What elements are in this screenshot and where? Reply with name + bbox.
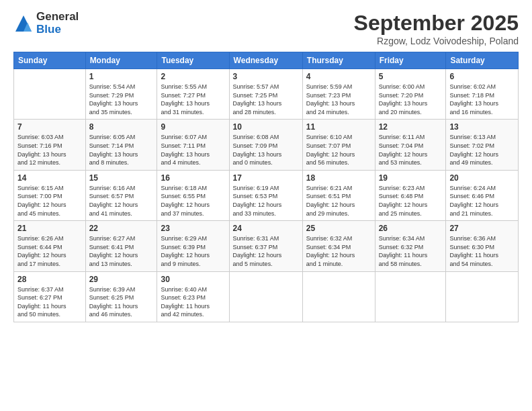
table-row: 20Sunrise: 6:24 AM Sunset: 6:46 PM Dayli… <box>446 170 519 220</box>
day-info: Sunrise: 5:59 AM Sunset: 7:23 PM Dayligh… <box>306 83 371 116</box>
day-number: 3 <box>233 72 299 81</box>
table-row: 1Sunrise: 5:54 AM Sunset: 7:29 PM Daylig… <box>85 69 157 120</box>
col-sunday: Sunday <box>14 52 86 69</box>
day-number: 28 <box>17 275 82 284</box>
calendar-week-4: 21Sunrise: 6:26 AM Sunset: 6:44 PM Dayli… <box>14 221 519 271</box>
day-number: 12 <box>379 122 443 132</box>
day-info: Sunrise: 6:37 AM Sunset: 6:27 PM Dayligh… <box>17 285 82 319</box>
day-number: 5 <box>379 72 443 81</box>
day-info: Sunrise: 6:36 AM Sunset: 6:30 PM Dayligh… <box>449 234 515 268</box>
table-row: 13Sunrise: 6:13 AM Sunset: 7:02 PM Dayli… <box>446 120 519 170</box>
day-number: 29 <box>89 275 154 284</box>
day-info: Sunrise: 6:03 AM Sunset: 7:16 PM Dayligh… <box>17 133 82 167</box>
page: General Blue September 2025 Rzgow, Lodz … <box>0 0 532 411</box>
calendar-week-1: 1Sunrise: 5:54 AM Sunset: 7:29 PM Daylig… <box>14 69 519 120</box>
table-row: 8Sunrise: 6:05 AM Sunset: 7:14 PM Daylig… <box>85 120 157 170</box>
table-row: 21Sunrise: 6:26 AM Sunset: 6:44 PM Dayli… <box>14 221 86 271</box>
calendar-header-row: Sunday Monday Tuesday Wednesday Thursday… <box>14 52 519 69</box>
table-row: 2Sunrise: 5:55 AM Sunset: 7:27 PM Daylig… <box>157 69 229 120</box>
table-row: 19Sunrise: 6:23 AM Sunset: 6:48 PM Dayli… <box>375 170 446 220</box>
logo-text-general: General <box>36 11 79 24</box>
calendar-week-2: 7Sunrise: 6:03 AM Sunset: 7:16 PM Daylig… <box>14 120 519 170</box>
table-row <box>375 271 446 322</box>
month-title: September 2025 <box>354 11 519 36</box>
table-row: 17Sunrise: 6:19 AM Sunset: 6:53 PM Dayli… <box>229 170 302 220</box>
day-info: Sunrise: 6:31 AM Sunset: 6:37 PM Dayligh… <box>233 234 299 268</box>
day-info: Sunrise: 5:54 AM Sunset: 7:29 PM Dayligh… <box>89 83 154 116</box>
day-info: Sunrise: 5:57 AM Sunset: 7:25 PM Dayligh… <box>233 83 299 116</box>
calendar-week-5: 28Sunrise: 6:37 AM Sunset: 6:27 PM Dayli… <box>14 271 519 322</box>
table-row: 14Sunrise: 6:15 AM Sunset: 7:00 PM Dayli… <box>14 170 86 220</box>
day-number: 2 <box>161 72 225 81</box>
table-row: 23Sunrise: 6:29 AM Sunset: 6:39 PM Dayli… <box>157 221 229 271</box>
day-number: 20 <box>449 173 515 183</box>
day-number: 19 <box>379 173 443 183</box>
day-info: Sunrise: 6:15 AM Sunset: 7:00 PM Dayligh… <box>17 184 82 218</box>
table-row: 27Sunrise: 6:36 AM Sunset: 6:30 PM Dayli… <box>446 221 519 271</box>
col-wednesday: Wednesday <box>229 52 302 69</box>
day-number: 6 <box>449 72 515 81</box>
day-number: 30 <box>161 275 225 284</box>
table-row <box>302 271 375 322</box>
day-info: Sunrise: 6:32 AM Sunset: 6:34 PM Dayligh… <box>306 234 371 268</box>
day-info: Sunrise: 6:39 AM Sunset: 6:25 PM Dayligh… <box>89 285 154 319</box>
table-row: 15Sunrise: 6:16 AM Sunset: 6:57 PM Dayli… <box>85 170 157 220</box>
table-row: 7Sunrise: 6:03 AM Sunset: 7:16 PM Daylig… <box>14 120 86 170</box>
table-row: 3Sunrise: 5:57 AM Sunset: 7:25 PM Daylig… <box>229 69 302 120</box>
calendar-table: Sunday Monday Tuesday Wednesday Thursday… <box>13 52 519 322</box>
day-number: 18 <box>306 173 371 183</box>
day-info: Sunrise: 6:26 AM Sunset: 6:44 PM Dayligh… <box>17 234 82 268</box>
day-number: 10 <box>233 122 299 132</box>
table-row: 6Sunrise: 6:02 AM Sunset: 7:18 PM Daylig… <box>446 69 519 120</box>
day-info: Sunrise: 6:02 AM Sunset: 7:18 PM Dayligh… <box>449 83 515 116</box>
table-row: 4Sunrise: 5:59 AM Sunset: 7:23 PM Daylig… <box>302 69 375 120</box>
day-info: Sunrise: 6:34 AM Sunset: 6:32 PM Dayligh… <box>379 234 443 268</box>
table-row: 11Sunrise: 6:10 AM Sunset: 7:07 PM Dayli… <box>302 120 375 170</box>
col-saturday: Saturday <box>446 52 519 69</box>
day-number: 25 <box>306 224 371 233</box>
table-row: 30Sunrise: 6:40 AM Sunset: 6:23 PM Dayli… <box>157 271 229 322</box>
day-number: 17 <box>233 173 299 183</box>
logo-text-blue: Blue <box>36 24 79 36</box>
table-row: 25Sunrise: 6:32 AM Sunset: 6:34 PM Dayli… <box>302 221 375 271</box>
day-info: Sunrise: 6:08 AM Sunset: 7:09 PM Dayligh… <box>233 133 299 167</box>
logo: General Blue <box>13 11 79 36</box>
day-number: 15 <box>89 173 154 183</box>
title-block: September 2025 Rzgow, Lodz Voivodeship, … <box>354 11 519 46</box>
day-number: 27 <box>449 224 515 233</box>
day-number: 26 <box>379 224 443 233</box>
table-row: 28Sunrise: 6:37 AM Sunset: 6:27 PM Dayli… <box>14 271 86 322</box>
day-number: 4 <box>306 72 371 81</box>
table-row: 10Sunrise: 6:08 AM Sunset: 7:09 PM Dayli… <box>229 120 302 170</box>
day-number: 8 <box>89 122 154 132</box>
table-row: 26Sunrise: 6:34 AM Sunset: 6:32 PM Dayli… <box>375 221 446 271</box>
col-tuesday: Tuesday <box>157 52 229 69</box>
day-number: 16 <box>161 173 225 183</box>
day-number: 24 <box>233 224 299 233</box>
day-info: Sunrise: 6:16 AM Sunset: 6:57 PM Dayligh… <box>89 184 154 218</box>
day-info: Sunrise: 6:40 AM Sunset: 6:23 PM Dayligh… <box>161 285 225 319</box>
day-number: 1 <box>89 72 154 81</box>
day-number: 11 <box>306 122 371 132</box>
day-info: Sunrise: 6:19 AM Sunset: 6:53 PM Dayligh… <box>233 184 299 218</box>
calendar-week-3: 14Sunrise: 6:15 AM Sunset: 7:00 PM Dayli… <box>14 170 519 220</box>
table-row: 18Sunrise: 6:21 AM Sunset: 6:51 PM Dayli… <box>302 170 375 220</box>
location: Rzgow, Lodz Voivodeship, Poland <box>354 36 519 46</box>
table-row: 24Sunrise: 6:31 AM Sunset: 6:37 PM Dayli… <box>229 221 302 271</box>
table-row: 9Sunrise: 6:07 AM Sunset: 7:11 PM Daylig… <box>157 120 229 170</box>
col-monday: Monday <box>85 52 157 69</box>
day-info: Sunrise: 6:18 AM Sunset: 6:55 PM Dayligh… <box>161 184 225 218</box>
day-number: 7 <box>17 122 82 132</box>
col-friday: Friday <box>375 52 446 69</box>
day-info: Sunrise: 6:05 AM Sunset: 7:14 PM Dayligh… <box>89 133 154 167</box>
day-info: Sunrise: 6:10 AM Sunset: 7:07 PM Dayligh… <box>306 133 371 167</box>
table-row <box>14 69 86 120</box>
day-info: Sunrise: 6:24 AM Sunset: 6:46 PM Dayligh… <box>449 184 515 218</box>
day-info: Sunrise: 6:27 AM Sunset: 6:41 PM Dayligh… <box>89 234 154 268</box>
day-number: 14 <box>17 173 82 183</box>
day-number: 9 <box>161 122 225 132</box>
day-info: Sunrise: 6:13 AM Sunset: 7:02 PM Dayligh… <box>449 133 515 167</box>
day-info: Sunrise: 6:23 AM Sunset: 6:48 PM Dayligh… <box>379 184 443 218</box>
table-row: 16Sunrise: 6:18 AM Sunset: 6:55 PM Dayli… <box>157 170 229 220</box>
col-thursday: Thursday <box>302 52 375 69</box>
